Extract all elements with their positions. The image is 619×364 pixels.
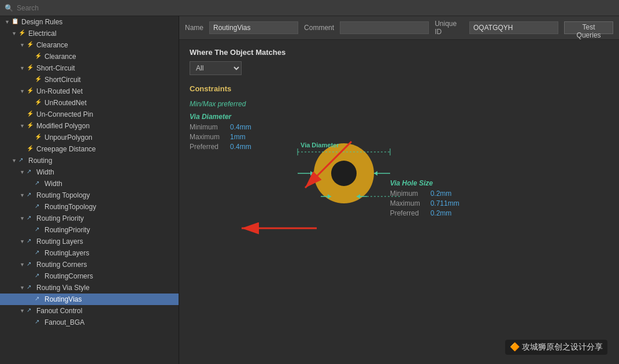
expand-icon: ▼: [20, 65, 25, 71]
routingvias-label: RoutingVias: [45, 295, 82, 303]
sidebar-item-electrical[interactable]: ▼ ⚡ Electrical: [0, 28, 179, 39]
sidebar-item-routing-priority-group[interactable]: ▼ ↗ Routing Priority: [0, 213, 179, 224]
tree-root[interactable]: ▼ 📋 Design Rules: [0, 16, 179, 28]
sidebar-item-routing-corners-group[interactable]: ▼ ↗ Routing Corners: [0, 259, 179, 270]
shortcircuit-label: ShortCircuit: [45, 76, 81, 84]
expand-icon: ▼: [20, 285, 25, 291]
test-queries-button[interactable]: Test Queries: [564, 21, 613, 34]
fanout-control-group-label: Fanout Control: [36, 307, 82, 315]
unique-id-input[interactable]: [469, 21, 558, 34]
sidebar-item-width[interactable]: ▶ ↗ Width: [0, 178, 179, 190]
clearance-label: Clearance: [45, 53, 76, 61]
rule-icon: ↗: [35, 203, 43, 211]
routing-corners-group-label: Routing Corners: [36, 261, 87, 269]
sidebar-item-clearance[interactable]: ▶ ⚡ Clearance: [0, 51, 179, 62]
sidebar-item-shortcircuit-group[interactable]: ▼ ⚡ Short-Circuit: [0, 62, 179, 74]
rule-icon: ↗: [27, 261, 35, 269]
via-hole: [331, 161, 357, 186]
rule-icon: ⚡: [35, 53, 43, 61]
sidebar-item-unroutednet[interactable]: ▶ ⚡ UnRoutedNet: [0, 97, 179, 109]
rule-icon: ↗: [27, 168, 35, 176]
rule-icon: ⚡: [27, 41, 35, 49]
expand-icon: ▼: [20, 308, 25, 314]
name-input[interactable]: [209, 21, 298, 34]
hole-minimum-label: Minimum: [390, 190, 431, 198]
preferred-value[interactable]: 0.4mm: [230, 143, 251, 151]
sidebar-item-routing[interactable]: ▼ ↗ Routing: [0, 155, 179, 166]
shortcircuit-group-label: Short-Circuit: [36, 64, 75, 72]
sidebar-item-routingcorners[interactable]: ▶ ↗ RoutingCorners: [0, 270, 179, 282]
expand-icon: ▼: [20, 192, 25, 198]
sidebar-item-clearance-group[interactable]: ▼ ⚡ Clearance: [0, 39, 179, 51]
sidebar: ▼ 📋 Design Rules ▼ ⚡ Electrical ▼ ⚡ Clea…: [0, 16, 179, 364]
routing-icon: ↗: [18, 157, 27, 165]
sidebar-item-modified-polygon-group[interactable]: ▼ ⚡ Modified Polygon: [0, 120, 179, 132]
expand-icon: ▼: [12, 31, 17, 36]
comment-input[interactable]: [340, 21, 429, 34]
routingcorners-label: RoutingCorners: [45, 272, 93, 280]
rule-icon: ↗: [35, 249, 43, 257]
rule-icon: ↗: [35, 318, 43, 326]
sidebar-item-unrouted-group[interactable]: ▼ ⚡ Un-Routed Net: [0, 86, 179, 97]
where-dropdown[interactable]: All Net Net Class Layer: [190, 61, 242, 75]
rule-icon: ↗: [35, 226, 43, 234]
rule-icon: ↗: [27, 214, 35, 222]
sidebar-item-fanout-bga[interactable]: ▶ ↗ Fanout_BGA: [0, 317, 179, 328]
hole-preferred-value[interactable]: 0.2mm: [431, 209, 452, 217]
hole-minimum-value[interactable]: 0.2mm: [431, 190, 452, 198]
search-input[interactable]: [17, 4, 121, 12]
hole-maximum-value[interactable]: 0.711mm: [431, 199, 459, 207]
rule-icon: ⚡: [27, 122, 35, 130]
routingtopology-label: RoutingTopology: [45, 203, 96, 211]
hole-maximum-row: Maximum 0.711mm: [390, 199, 465, 207]
sidebar-item-routinglayers[interactable]: ▶ ↗ RoutingLayers: [0, 247, 179, 259]
width-group-label: Width: [36, 168, 54, 176]
clearance-group-label: Clearance: [36, 41, 68, 49]
name-label: Name: [185, 24, 203, 32]
rule-icon: ↗: [35, 272, 43, 280]
routing-priority-group-label: Routing Priority: [36, 214, 84, 222]
expand-icon: ▼: [20, 169, 25, 175]
maximum-value[interactable]: 1mm: [230, 133, 246, 141]
expand-icon: ▼: [20, 123, 25, 129]
sidebar-item-creepage[interactable]: ▶ ⚡ Creepage Distance: [0, 143, 179, 155]
rule-icon: ⚡: [27, 87, 35, 95]
sidebar-item-routingvias[interactable]: ▶ ↗ RoutingVias: [0, 294, 179, 305]
hole-preferred-label: Preferred: [390, 209, 431, 217]
via-diameter-preferred-row: Preferred 0.4mm: [190, 143, 251, 151]
sidebar-item-width-group[interactable]: ▼ ↗ Width: [0, 166, 179, 178]
rule-icon: ↗: [27, 307, 35, 315]
folder-icon: 📋: [12, 18, 20, 26]
via-diameter-minimum-row: Minimum 0.4mm: [190, 123, 251, 131]
sidebar-item-unconnected-pin[interactable]: ▼ ⚡ Un-Connected Pin: [0, 109, 179, 120]
diameter-left-arrowhead: [310, 171, 314, 176]
sidebar-item-fanout-control-group[interactable]: ▼ ↗ Fanout Control: [0, 305, 179, 317]
rule-icon: ↗: [27, 191, 35, 199]
sidebar-item-shortcircuit[interactable]: ▶ ⚡ ShortCircuit: [0, 74, 179, 86]
sidebar-item-routingtopology[interactable]: ▶ ↗ RoutingTopology: [0, 201, 179, 213]
minimum-value[interactable]: 0.4mm: [230, 123, 251, 131]
via-diagram-container: Via Diameter Via Hole Size Minimum 0.2mm…: [263, 113, 448, 228]
where-title: Where The Object Matches: [190, 48, 609, 57]
rule-icon: ↗: [35, 295, 43, 303]
unrouted-group-label: Un-Routed Net: [36, 87, 83, 95]
expand-icon: ▼: [20, 216, 25, 221]
rule-icon: ⚡: [18, 29, 27, 38]
sidebar-item-routing-via-style-group[interactable]: ▼ ↗ Routing Via Style: [0, 282, 179, 294]
search-bar: 🔍: [0, 0, 619, 16]
sidebar-item-routingpriority[interactable]: ▶ ↗ RoutingPriority: [0, 224, 179, 236]
routingpriority-label: RoutingPriority: [45, 226, 90, 234]
sidebar-item-unpoured-polygon[interactable]: ▶ ⚡ UnpourPolygon: [0, 132, 179, 143]
routing-layers-group-label: Routing Layers: [36, 237, 83, 246]
search-icon: 🔍: [5, 4, 13, 12]
sidebar-item-routing-topology-group[interactable]: ▼ ↗ Routing Topology: [0, 190, 179, 201]
via-diameter-maximum-row: Maximum 1mm: [190, 133, 251, 141]
rule-icon: ↗: [27, 237, 35, 246]
rule-icon: ⚡: [35, 76, 43, 84]
expand-icon: ▼: [20, 262, 25, 268]
electrical-label: Electrical: [28, 29, 57, 38]
via-diameter-params: Via Diameter Minimum 0.4mm Maximum 1mm P…: [190, 113, 251, 160]
via-diameter-group: Via Diameter Minimum 0.4mm Maximum 1mm P…: [190, 113, 251, 151]
rule-icon: ⚡: [35, 99, 43, 107]
sidebar-item-routing-layers-group[interactable]: ▼ ↗ Routing Layers: [0, 236, 179, 247]
